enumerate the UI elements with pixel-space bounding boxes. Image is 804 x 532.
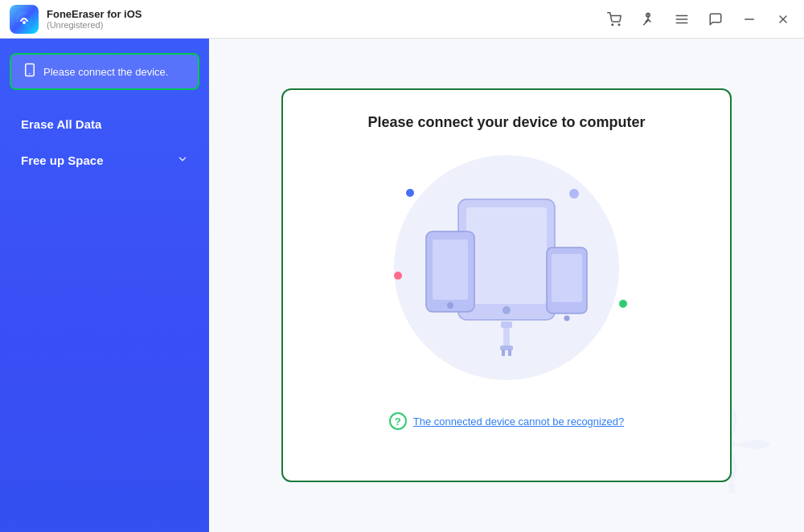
close-button[interactable] bbox=[772, 8, 794, 31]
connect-panel: Please connect your device to computer bbox=[281, 88, 732, 482]
main-layout: Please connect the device. Erase All Dat… bbox=[0, 39, 804, 532]
svg-rect-24 bbox=[501, 321, 512, 328]
content-area: Please connect your device to computer bbox=[209, 39, 804, 532]
sidebar: Please connect the device. Erase All Dat… bbox=[0, 39, 209, 532]
free-up-space-label: Free up Space bbox=[21, 153, 104, 167]
device-illustration bbox=[370, 147, 643, 388]
app-title-block: FoneEraser for iOS (Unregistered) bbox=[47, 8, 142, 30]
svg-rect-28 bbox=[508, 350, 511, 356]
svg-point-2 bbox=[612, 24, 613, 26]
dot-green-right bbox=[619, 300, 627, 308]
svg-point-20 bbox=[447, 302, 453, 309]
cart-button[interactable] bbox=[603, 8, 626, 31]
svg-point-1 bbox=[23, 21, 26, 24]
svg-rect-19 bbox=[433, 239, 468, 300]
question-circle-icon: ? bbox=[389, 412, 407, 430]
chevron-down-icon bbox=[177, 153, 188, 167]
svg-rect-25 bbox=[503, 328, 510, 348]
connect-device-label: Please connect the device. bbox=[43, 66, 168, 78]
pin-button[interactable] bbox=[637, 8, 659, 31]
menu-button[interactable] bbox=[671, 8, 693, 31]
chat-button[interactable] bbox=[704, 8, 727, 31]
svg-point-3 bbox=[618, 24, 620, 26]
connect-title: Please connect your device to computer bbox=[367, 114, 645, 131]
recognition-row: ? The connected device cannot be recogni… bbox=[389, 412, 624, 430]
svg-point-17 bbox=[503, 306, 511, 314]
dot-pink-left bbox=[394, 272, 402, 280]
phone-icon bbox=[23, 63, 37, 80]
title-bar: FoneEraser for iOS (Unregistered) bbox=[0, 0, 804, 39]
window-controls bbox=[603, 8, 794, 31]
app-name: FoneEraser for iOS bbox=[47, 8, 142, 20]
app-branding: FoneEraser for iOS (Unregistered) bbox=[10, 5, 142, 34]
app-logo bbox=[10, 5, 39, 34]
connect-device-button[interactable]: Please connect the device. bbox=[10, 53, 199, 90]
devices-svg bbox=[402, 183, 611, 360]
sidebar-item-erase-all[interactable]: Erase All Data bbox=[10, 108, 199, 141]
svg-point-23 bbox=[564, 316, 570, 321]
minimize-button[interactable] bbox=[738, 8, 761, 31]
recognition-link[interactable]: The connected device cannot be recognize… bbox=[413, 415, 624, 428]
svg-rect-26 bbox=[500, 346, 513, 350]
svg-rect-27 bbox=[502, 350, 505, 356]
app-sub: (Unregistered) bbox=[47, 20, 142, 30]
svg-rect-22 bbox=[552, 254, 582, 302]
sidebar-item-free-up-space[interactable]: Free up Space bbox=[10, 144, 199, 177]
svg-rect-16 bbox=[466, 207, 547, 304]
erase-all-label: Erase All Data bbox=[21, 117, 101, 131]
svg-rect-14 bbox=[728, 483, 734, 493]
